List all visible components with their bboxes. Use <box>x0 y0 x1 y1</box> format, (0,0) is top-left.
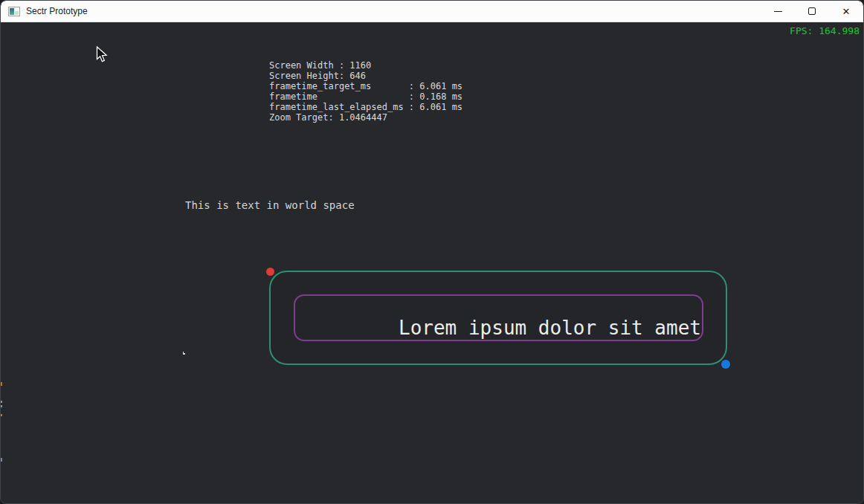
minimize-button[interactable] <box>761 1 795 22</box>
edge-artifact <box>1 401 2 403</box>
close-icon: ✕ <box>842 7 851 16</box>
window-title: Sectr Prototype <box>26 6 88 16</box>
debug-overlay: Screen Width : 1160 Screen Height: 646 f… <box>269 60 462 123</box>
titlebar[interactable]: Sectr Prototype ✕ <box>1 1 863 22</box>
debug-line-zoom-target: Zoom Target: 1.0464447 <box>269 112 462 123</box>
edge-artifact <box>1 458 2 462</box>
app-icon-left-pane <box>10 8 14 15</box>
maximize-button[interactable] <box>795 1 829 22</box>
canvas-content: FPS: 164.998 Screen Width : 1160 Screen … <box>1 23 863 503</box>
mouse-cursor-icon <box>96 46 108 63</box>
debug-line-frametime: frametime : 0.168 ms <box>269 91 462 102</box>
edge-artifact <box>1 414 2 416</box>
fps-counter: FPS: 164.998 <box>790 25 860 36</box>
inner-text-box[interactable]: Lorem ipsum dolor sit amet <box>294 294 703 341</box>
tick-mark <box>183 353 185 355</box>
app-icon <box>8 7 20 16</box>
close-button[interactable]: ✕ <box>829 1 863 22</box>
edge-artifact <box>1 405 2 407</box>
edge-artifact <box>1 382 2 386</box>
window-controls: ✕ <box>761 1 863 22</box>
debug-line-frametime-elapsed: frametime_last_elapsed_ms : 6.061 ms <box>269 102 462 112</box>
app-window: Sectr Prototype ✕ FPS: 164.998 Screen Wi… <box>0 0 864 504</box>
debug-line-screen-width: Screen Width : 1160 <box>269 60 462 71</box>
app-icon-patch <box>15 11 19 15</box>
maximize-icon <box>808 7 816 15</box>
world-space-text: This is text in world space <box>185 199 355 211</box>
debug-line-screen-height: Screen Height: 646 <box>269 71 462 81</box>
minimize-icon <box>774 11 782 12</box>
red-handle-dot[interactable] <box>266 268 274 276</box>
blue-handle-dot[interactable] <box>721 360 730 369</box>
lorem-text: Lorem ipsum dolor sit amet <box>399 317 701 339</box>
debug-line-frametime-target: frametime_target_ms : 6.061 ms <box>269 81 462 91</box>
